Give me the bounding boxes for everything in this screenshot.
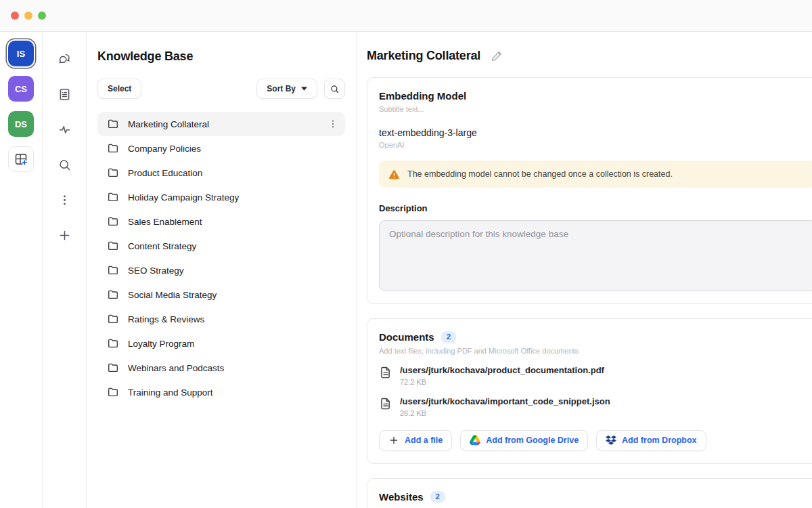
embedding-model-name: text-embedding-3-large: [379, 127, 812, 138]
folder-icon: [107, 142, 119, 154]
file-icon: [379, 397, 392, 410]
folder-row[interactable]: Sales Enablement: [97, 209, 345, 234]
folder-row[interactable]: Ratings & Reviews: [97, 307, 345, 331]
websites-count-badge: 2: [430, 491, 445, 503]
window-controls: [11, 12, 46, 20]
window-minimize-button[interactable]: [24, 12, 32, 20]
description-input[interactable]: [379, 220, 812, 291]
folder-icon: [107, 118, 119, 130]
add-from-google-drive-button[interactable]: Add from Google Drive: [460, 430, 588, 451]
workspace-avatar-cs[interactable]: CS: [8, 76, 34, 102]
folder-icon: [107, 191, 119, 203]
window-close-button[interactable]: [11, 12, 19, 20]
document-file-list: /users/jturk/kochava/product_documentati…: [379, 365, 812, 417]
folder-name: Loyalty Program: [128, 339, 194, 349]
chats-icon: [58, 52, 72, 66]
folder-more-button[interactable]: [328, 119, 338, 129]
embedding-model-card: Embedding Model Subtitle text... text-em…: [367, 77, 812, 304]
warning-text: The embedding model cannot be changed on…: [407, 169, 673, 179]
add-from-dropbox-button[interactable]: Add from Dropbox: [596, 430, 706, 451]
folder-icon: [107, 362, 119, 374]
library-controls: Select Sort By: [97, 79, 345, 99]
file-size: 26.2 KB: [400, 409, 610, 417]
titlebar: [0, 0, 812, 32]
main-layout: ISCSDS Knowledge Base Select Sort By: [0, 32, 812, 508]
folder-row[interactable]: Product Education: [97, 161, 345, 185]
description-label: Description: [379, 203, 812, 213]
dropbox-label: Add from Dropbox: [622, 436, 696, 445]
add-file-button[interactable]: Add a file: [379, 430, 452, 451]
sort-by-button[interactable]: Sort By: [256, 79, 317, 99]
nav-add-button[interactable]: [55, 226, 74, 245]
folder-name: Product Education: [128, 168, 202, 178]
workspace-avatar-list: ISCSDS: [8, 41, 34, 137]
nav-search-button[interactable]: [55, 155, 74, 174]
documents-count-badge: 2: [441, 331, 456, 343]
documents-subtitle: Add text files, including PDF and Micros…: [379, 347, 812, 355]
nav-notes-button[interactable]: [55, 85, 74, 104]
select-button[interactable]: Select: [97, 79, 141, 99]
folder-icon: [107, 337, 119, 350]
plus-icon: [388, 435, 399, 446]
sort-by-label: Sort By: [267, 84, 296, 93]
document-file-row[interactable]: /users/jturk/kochava/important_code_snip…: [379, 396, 812, 417]
document-actions: Add a file: [379, 430, 812, 451]
embedding-model-provider: OpenAI: [379, 141, 812, 149]
workspace-avatar-ds[interactable]: DS: [8, 111, 34, 137]
folder-row[interactable]: Loyalty Program: [97, 331, 345, 356]
nav-more-button[interactable]: [55, 190, 74, 209]
websites-heading: Websites: [379, 491, 424, 503]
knowledge-base-title: Knowledge Base: [97, 49, 345, 64]
documents-card: Documents 2 Add text files, including PD…: [367, 318, 812, 464]
add-icon: [58, 228, 72, 242]
detail-header: Marketing Collateral: [367, 49, 812, 63]
dropbox-icon: [606, 435, 616, 446]
folder-name: Content Strategy: [128, 241, 196, 251]
file-path: /users/jturk/kochava/product_documentati…: [400, 365, 604, 375]
folder-name: Training and Support: [128, 387, 213, 398]
folder-name: Company Policies: [128, 144, 201, 154]
folder-row[interactable]: Content Strategy: [97, 234, 345, 258]
warning-icon: [388, 169, 400, 180]
google-drive-icon: [470, 435, 480, 446]
folder-row[interactable]: Webinars and Podcasts: [97, 356, 345, 380]
folder-row[interactable]: Company Policies: [97, 136, 345, 161]
add-workspace-button[interactable]: [8, 146, 34, 172]
nav-rail: [43, 32, 87, 508]
folder-row[interactable]: Holiday Campaign Strategy: [97, 185, 345, 209]
document-file-row[interactable]: /users/jturk/kochava/product_documentati…: [379, 365, 812, 386]
chevron-down-icon: [301, 87, 307, 91]
grid-plus-icon: [14, 152, 28, 167]
embedding-model-subtitle: Subtitle text...: [379, 105, 812, 113]
folder-row[interactable]: Marketing Collateral: [97, 112, 345, 136]
file-path: /users/jturk/kochava/important_code_snip…: [400, 396, 610, 406]
add-file-label: Add a file: [405, 436, 443, 445]
folder-name: Webinars and Podcasts: [128, 363, 224, 373]
folder-icon: [107, 240, 119, 252]
search-icon: [58, 158, 72, 172]
folder-icon: [107, 289, 119, 301]
detail-panel: Marketing Collateral Embedding Model Sub…: [357, 32, 812, 508]
nav-activity-button[interactable]: [55, 120, 74, 139]
folder-list: Marketing CollateralCompany PoliciesProd…: [97, 112, 345, 404]
embedding-model-heading: Embedding Model: [379, 90, 812, 102]
folder-row[interactable]: Training and Support: [97, 380, 345, 404]
window-zoom-button[interactable]: [38, 12, 46, 20]
nav-chats-button[interactable]: [55, 49, 74, 68]
folder-name: Social Media Strategy: [128, 290, 217, 300]
folder-icon: [107, 386, 119, 398]
embedding-warning-banner: The embedding model cannot be changed on…: [379, 161, 812, 188]
folder-icon: [107, 167, 119, 179]
folder-row[interactable]: Social Media Strategy: [97, 282, 345, 307]
edit-title-button[interactable]: [491, 49, 503, 62]
folder-name: Marketing Collateral: [128, 119, 209, 129]
folder-icon: [107, 313, 119, 325]
file-size: 72.2 KB: [400, 378, 604, 386]
folder-name: SEO Strategy: [128, 266, 184, 276]
websites-card: Websites 2: [367, 478, 812, 508]
activity-icon: [58, 123, 72, 137]
folder-row[interactable]: SEO Strategy: [97, 258, 345, 282]
workspace-avatar-is[interactable]: IS: [8, 41, 34, 66]
google-drive-label: Add from Google Drive: [486, 436, 579, 445]
search-button[interactable]: [324, 79, 345, 99]
